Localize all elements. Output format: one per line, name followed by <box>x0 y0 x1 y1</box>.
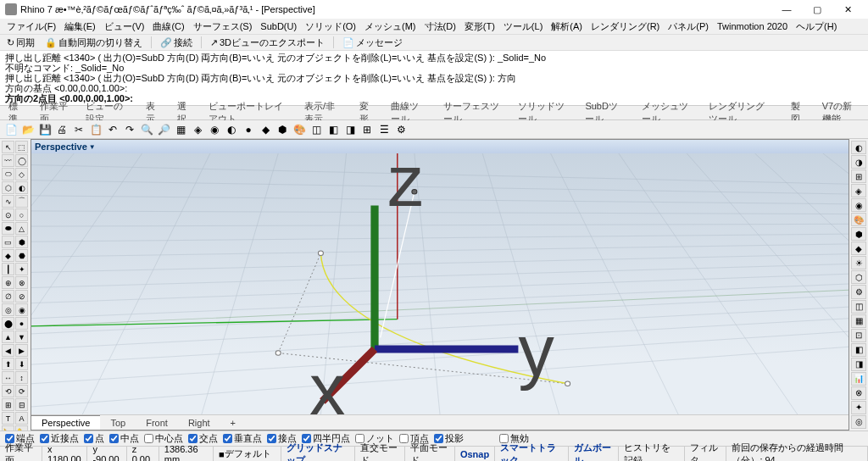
tool-button[interactable]: ◇ <box>15 168 28 181</box>
osnap-checkbox[interactable] <box>188 434 198 443</box>
toolbar-icon[interactable]: ◧ <box>326 122 341 137</box>
tool-button[interactable]: ⊙ <box>2 208 14 221</box>
tool-button[interactable]: ⬤ <box>2 317 14 330</box>
panel-button[interactable]: ✦ <box>851 401 866 414</box>
panel-button[interactable]: ☀ <box>851 256 866 269</box>
viewport-tab[interactable]: Perspective <box>31 415 100 430</box>
toolbar-icon[interactable]: ◫ <box>309 122 324 137</box>
tool-button[interactable]: △ <box>15 222 28 235</box>
maximize-button[interactable]: ▢ <box>802 0 832 19</box>
menu-item[interactable]: 寸法(D) <box>421 19 459 34</box>
tool-button[interactable]: ◉ <box>15 303 28 316</box>
menu-item[interactable]: ビュー(V) <box>101 19 148 34</box>
menu-item[interactable]: SubD(U) <box>257 20 300 32</box>
toolbar-icon[interactable]: 🔍 <box>139 122 154 137</box>
panel-button[interactable]: ◨ <box>851 358 866 371</box>
sync-button[interactable]: ↻ 同期 <box>3 36 38 50</box>
osnap-checkbox[interactable] <box>267 434 276 443</box>
panel-button[interactable]: ⚙ <box>851 285 866 298</box>
menu-item[interactable]: Twinmotion 2020 <box>714 20 791 32</box>
status-smarttrack[interactable]: スマートトラック <box>495 447 569 461</box>
status-record[interactable]: ヒストリを記録 <box>619 447 685 461</box>
autosync-button[interactable]: 🔒 自動同期の切り替え <box>42 36 146 50</box>
status-osnap[interactable]: Osnap <box>455 447 495 461</box>
status-z[interactable]: z 0.00 <box>127 447 159 461</box>
tool-button[interactable]: ◯ <box>15 154 28 167</box>
toolbar-icon[interactable]: ◨ <box>342 122 358 137</box>
message-button[interactable]: 📄 メッセージ <box>339 36 406 50</box>
tool-button[interactable]: ↕ <box>15 371 28 384</box>
tool-button[interactable]: ⬭ <box>2 168 14 181</box>
perspective-viewport[interactable]: z y x <box>31 153 849 414</box>
osnap-checkbox[interactable] <box>84 434 93 443</box>
status-planar[interactable]: 平面モード <box>405 447 455 461</box>
panel-button[interactable]: ▦ <box>851 314 866 328</box>
tool-button[interactable]: ∅ <box>2 290 14 303</box>
toolbar-icon[interactable]: ⚙ <box>393 122 409 137</box>
tool-button[interactable]: ⌒ <box>15 195 28 208</box>
toolbar-icon[interactable]: 🎨 <box>292 122 307 137</box>
panel-button[interactable]: ◧ <box>851 343 866 357</box>
tool-button[interactable]: ⊞ <box>2 398 14 411</box>
panel-button[interactable]: 📊 <box>851 372 866 386</box>
tool-button[interactable]: ▶ <box>15 344 28 357</box>
toolbar-icon[interactable]: ↶ <box>105 122 120 137</box>
panel-button[interactable]: ◆ <box>851 242 866 255</box>
osnap-checkbox[interactable] <box>223 434 232 443</box>
tool-button[interactable]: ⬆ <box>2 358 14 370</box>
menu-item[interactable]: ソリッド(O) <box>302 19 359 34</box>
toolbar-icon[interactable]: 📂 <box>20 122 36 137</box>
menu-item[interactable]: パネル(P) <box>665 19 712 34</box>
toolbar-icon[interactable]: ◐ <box>224 122 239 137</box>
status-ortho[interactable]: 直交モード <box>355 447 405 461</box>
osnap-checkbox[interactable] <box>144 434 153 443</box>
status-gridsnap[interactable]: グリッドスナップ <box>281 447 355 461</box>
toolbar-icon[interactable]: ◈ <box>190 122 205 137</box>
menu-item[interactable]: 曲線(C) <box>149 19 187 34</box>
tool-button[interactable]: ○ <box>15 208 28 221</box>
tool-button[interactable]: ▼ <box>15 330 28 343</box>
status-filter[interactable]: フィルタ <box>685 447 727 461</box>
tool-button[interactable]: ⬡ <box>2 181 14 194</box>
tool-button[interactable]: ◀ <box>2 344 14 357</box>
toolbar-icon[interactable]: 🔎 <box>156 122 171 137</box>
toolbar-icon[interactable]: ⊞ <box>359 122 375 137</box>
minimize-button[interactable]: — <box>771 0 802 19</box>
tool-button[interactable]: ✦ <box>15 263 28 275</box>
tool-button[interactable]: ⟳ <box>15 385 28 397</box>
toolbar-icon[interactable]: ↷ <box>122 122 137 137</box>
toolbar-icon[interactable]: ● <box>241 122 256 137</box>
toolbar-icon[interactable]: ☰ <box>376 122 392 137</box>
toolbar-icon[interactable]: ◆ <box>258 122 273 137</box>
menu-item[interactable]: ファイル(F) <box>3 19 59 34</box>
tool-button[interactable]: ⟲ <box>2 385 14 397</box>
panel-button[interactable]: ◈ <box>851 184 866 197</box>
panel-button[interactable]: ⬢ <box>851 227 866 241</box>
add-viewport-tab[interactable]: + <box>220 416 246 430</box>
menu-item[interactable]: サーフェス(S) <box>190 19 256 34</box>
viewport-tab[interactable]: Top <box>100 416 136 430</box>
osnap-checkbox[interactable] <box>109 434 119 443</box>
panel-button[interactable]: ⬡ <box>851 270 866 284</box>
menu-item[interactable]: メッシュ(M) <box>361 19 420 34</box>
menu-item[interactable]: ヘルプ(H) <box>793 19 840 34</box>
menu-item[interactable]: レンダリング(R) <box>587 19 663 34</box>
viewport-title[interactable]: Perspective ▼ <box>31 140 849 153</box>
tool-button[interactable]: A <box>15 412 28 425</box>
connect-button[interactable]: 🔗 接続 <box>157 36 196 50</box>
close-button[interactable]: ✕ <box>832 0 863 19</box>
toolbar-icon[interactable]: 📋 <box>88 122 103 137</box>
status-x[interactable]: x 1180.00 <box>42 447 88 461</box>
export3d-button[interactable]: ↗ 3Dビューのエクスポート <box>207 36 328 50</box>
osnap-option[interactable]: 垂直点 <box>223 432 262 445</box>
toolbar-icon[interactable]: 💾 <box>37 122 53 137</box>
tool-button[interactable]: ◐ <box>15 181 28 194</box>
tool-button[interactable]: ⬬ <box>2 222 14 235</box>
toolbar-icon[interactable]: ✂ <box>71 122 86 137</box>
toolbar-icon[interactable]: ◉ <box>207 122 222 137</box>
tool-button[interactable]: ↔ <box>2 371 14 384</box>
tool-button[interactable]: ⬇ <box>15 358 28 370</box>
tool-button[interactable]: ◎ <box>2 303 14 316</box>
status-layer[interactable]: ■ デフォルト <box>214 447 281 461</box>
toolbar-icon[interactable]: ⬢ <box>275 122 290 137</box>
